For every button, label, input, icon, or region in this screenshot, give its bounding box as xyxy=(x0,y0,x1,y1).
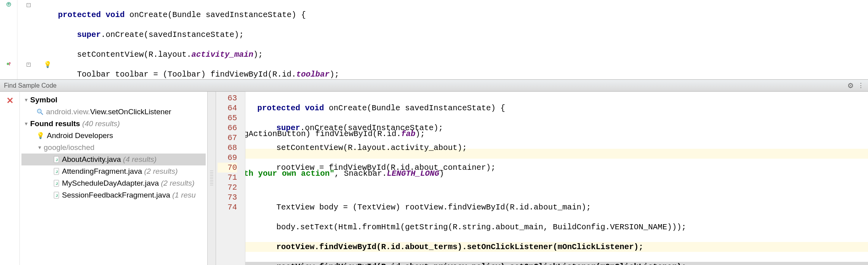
match-line: rootView.findViewById(R.id.about_privacy… xyxy=(276,262,686,265)
line-number-gutter: 63 64 65 66 67 68 69 70 71 72 73 74 xyxy=(216,92,245,265)
code-text: onCreate(Bundle savedInstanceState) { xyxy=(324,104,505,113)
code-text: rootView = findViewById(R.id.about_conta… xyxy=(276,163,496,172)
file-count: (2 results) xyxy=(161,177,194,189)
java-file-icon: J xyxy=(53,156,60,163)
chevron-down-icon[interactable]: ▼ xyxy=(23,94,29,106)
intention-bulb-icon[interactable]: 💡 xyxy=(44,61,52,69)
tree-toolbar: ✕ xyxy=(0,92,20,265)
code-text: TextView body = (TextView) rootView.find… xyxy=(276,203,591,212)
tree-label: google/iosched xyxy=(44,142,95,154)
file-name: AboutActivity.java xyxy=(62,154,121,165)
kw: void xyxy=(305,104,324,113)
line-number: 68 xyxy=(218,143,237,153)
override-marker-icon[interactable] xyxy=(6,2,12,9)
vertical-splitter[interactable] xyxy=(207,92,216,265)
svg-text:J: J xyxy=(56,182,58,186)
main-editor[interactable]: − + 💡 protected void onCreate(Bundle sav… xyxy=(0,0,868,79)
close-icon[interactable]: ✕ xyxy=(6,96,14,106)
svg-point-1 xyxy=(7,63,9,65)
tree-file-item[interactable]: J AboutActivity.java (4 results) xyxy=(21,154,206,165)
code-text: .onCreate(savedInstanceState); xyxy=(101,30,244,39)
tree-file-item[interactable]: J SessionFeedbackFragment.java (1 resu xyxy=(21,189,206,201)
code-text: ); xyxy=(330,70,339,79)
tree-symbol-item[interactable]: android.view.View.setOnClickListener xyxy=(21,106,206,118)
line-number: 70 xyxy=(218,163,237,173)
file-name: MyScheduleDayAdapter.java xyxy=(62,177,159,189)
code-text: body.setText(Html.fromHtml(getString(R.s… xyxy=(276,223,686,232)
search-icon xyxy=(37,108,44,115)
result-count: (40 results) xyxy=(82,118,120,130)
code-text: ); xyxy=(253,50,263,59)
svg-point-2 xyxy=(37,109,41,113)
sample-code-viewer[interactable]: 63 64 65 66 67 68 69 70 71 72 73 74 prot… xyxy=(216,92,868,265)
line-number: 63 xyxy=(218,93,237,103)
kw-super: super xyxy=(77,30,101,39)
fold-plus-icon[interactable]: + xyxy=(27,63,31,67)
editor-code[interactable]: protected void onCreate(Bundle savedInst… xyxy=(56,0,868,79)
line-number: 74 xyxy=(218,202,237,212)
results-tree-panel: ✕ ▼ Symbol android.view.View.setOnClickL… xyxy=(0,92,207,265)
tree-found-header[interactable]: ▼ Found results (40 results) xyxy=(21,118,206,130)
file-count: (1 resu xyxy=(172,189,196,201)
tree-dev-item[interactable]: 💡 Android Developers xyxy=(21,130,206,142)
intention-column: 💡 xyxy=(40,0,56,79)
line-number: 72 xyxy=(218,182,237,192)
code-text: onCreate(Bundle savedInstanceState) { xyxy=(125,10,306,19)
field-ref: toolbar xyxy=(296,70,330,79)
kw: super xyxy=(276,123,300,132)
chevron-down-icon[interactable]: ▼ xyxy=(23,118,29,130)
code-text: setContentView(R.layout. xyxy=(77,50,191,59)
fold-column: − + xyxy=(17,0,40,79)
line-number: 69 xyxy=(218,153,237,163)
fold-minus-icon[interactable]: − xyxy=(27,3,31,7)
svg-text:J: J xyxy=(56,194,58,198)
field-ref: activity_main xyxy=(191,50,253,59)
file-count: (2 results) xyxy=(144,165,177,177)
svg-text:J: J xyxy=(56,158,58,162)
svg-line-3 xyxy=(41,113,43,115)
line-number: 67 xyxy=(218,133,237,143)
line-number: 66 xyxy=(218,123,237,133)
kw-protected: protected xyxy=(58,10,101,19)
bulb-icon: 💡 xyxy=(37,130,44,142)
panel-menu-icon[interactable]: ⋮ xyxy=(858,82,864,89)
line-number: 73 xyxy=(218,192,237,202)
viewer-code[interactable]: protected void onCreate(Bundle savedInst… xyxy=(245,92,868,265)
find-sample-panel-header[interactable]: Find Sample Code ⚙ ⋮ xyxy=(0,79,868,92)
gear-icon[interactable]: ⚙ xyxy=(847,81,854,90)
file-name: AttendingFragment.java xyxy=(62,165,142,177)
java-file-icon: J xyxy=(53,192,60,199)
tree-label: Symbol xyxy=(30,94,58,106)
match-line: rootView.findViewById(R.id.about_terms).… xyxy=(276,242,643,252)
tree-repo-item[interactable]: ▼ google/iosched xyxy=(21,142,206,154)
tree-symbol-header[interactable]: ▼ Symbol xyxy=(21,94,206,106)
file-name: SessionFeedbackFragment.java xyxy=(62,189,170,201)
chevron-down-icon[interactable]: ▼ xyxy=(37,142,43,154)
line-number: 71 xyxy=(218,173,237,182)
symbol-package: android.view. xyxy=(46,106,90,118)
code-text: .onCreate(savedInstanceState); xyxy=(300,123,443,132)
kw: protected xyxy=(257,104,300,113)
line-number: 64 xyxy=(218,103,237,113)
tree-label: Found results xyxy=(30,118,80,130)
editor-gutter xyxy=(0,0,17,79)
change-marker-icon[interactable] xyxy=(6,61,12,68)
java-file-icon: J xyxy=(53,180,60,187)
kw-void: void xyxy=(106,10,125,19)
code-text: Toolbar toolbar = (Toolbar) findViewById… xyxy=(77,70,296,79)
svg-text:J: J xyxy=(56,170,58,174)
results-tree[interactable]: ▼ Symbol android.view.View.setOnClickLis… xyxy=(20,92,207,265)
java-file-icon: J xyxy=(53,168,60,175)
tree-file-item[interactable]: J AttendingFragment.java (2 results) xyxy=(21,165,206,177)
symbol-name: View.setOnClickListener xyxy=(90,106,172,118)
file-count: (4 results) xyxy=(123,154,156,165)
line-number: 65 xyxy=(218,113,237,123)
tree-label: Android Developers xyxy=(47,130,113,142)
tree-file-item[interactable]: J MyScheduleDayAdapter.java (2 results) xyxy=(21,177,206,189)
code-text: setContentView(R.layout.activity_about); xyxy=(276,143,467,152)
panel-title: Find Sample Code xyxy=(4,82,57,89)
